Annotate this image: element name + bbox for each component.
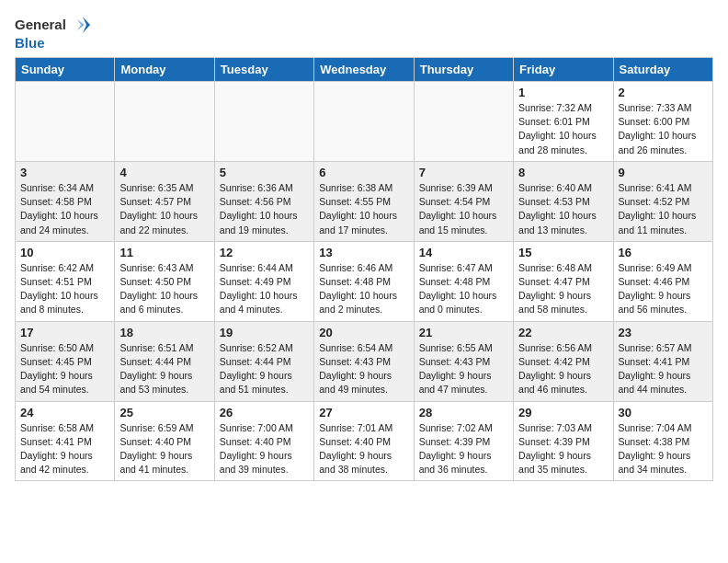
day-info: Sunrise: 6:47 AM Sunset: 4:48 PM Dayligh… xyxy=(419,261,508,317)
weekday-header-monday: Monday xyxy=(115,58,214,82)
day-info: Sunrise: 6:59 AM Sunset: 4:40 PM Dayligh… xyxy=(119,421,209,477)
logo: General Blue xyxy=(15,15,90,52)
day-info: Sunrise: 6:50 AM Sunset: 4:45 PM Dayligh… xyxy=(20,341,109,397)
calendar-cell: 18Sunrise: 6:51 AM Sunset: 4:44 PM Dayli… xyxy=(115,321,214,401)
header: General Blue xyxy=(15,15,713,52)
day-number: 2 xyxy=(619,86,708,99)
calendar-cell: 14Sunrise: 6:47 AM Sunset: 4:48 PM Dayli… xyxy=(414,241,513,321)
day-info: Sunrise: 6:58 AM Sunset: 4:41 PM Dayligh… xyxy=(20,421,109,477)
day-info: Sunrise: 6:34 AM Sunset: 4:58 PM Dayligh… xyxy=(20,181,109,237)
calendar-cell: 29Sunrise: 7:03 AM Sunset: 4:39 PM Dayli… xyxy=(514,401,613,481)
calendar-cell: 8Sunrise: 6:40 AM Sunset: 4:53 PM Daylig… xyxy=(514,161,613,241)
day-info: Sunrise: 7:33 AM Sunset: 6:00 PM Dayligh… xyxy=(619,101,708,157)
day-number: 9 xyxy=(619,166,708,179)
day-number: 20 xyxy=(319,326,408,339)
day-info: Sunrise: 7:04 AM Sunset: 4:38 PM Dayligh… xyxy=(619,421,708,477)
weekday-header-tuesday: Tuesday xyxy=(214,58,313,82)
day-info: Sunrise: 6:54 AM Sunset: 4:43 PM Dayligh… xyxy=(319,341,408,397)
day-info: Sunrise: 7:00 AM Sunset: 4:40 PM Dayligh… xyxy=(220,421,309,477)
calendar-cell: 28Sunrise: 7:02 AM Sunset: 4:39 PM Dayli… xyxy=(414,401,513,481)
day-number: 21 xyxy=(419,326,508,339)
day-info: Sunrise: 6:38 AM Sunset: 4:55 PM Dayligh… xyxy=(319,181,408,237)
day-info: Sunrise: 6:42 AM Sunset: 4:51 PM Dayligh… xyxy=(20,261,109,317)
calendar-cell xyxy=(16,82,115,162)
day-number: 13 xyxy=(319,246,408,259)
weekday-header-friday: Friday xyxy=(514,58,613,82)
day-number: 30 xyxy=(619,406,708,419)
day-info: Sunrise: 6:49 AM Sunset: 4:46 PM Dayligh… xyxy=(619,261,708,317)
calendar-cell: 5Sunrise: 6:36 AM Sunset: 4:56 PM Daylig… xyxy=(214,161,313,241)
day-info: Sunrise: 6:57 AM Sunset: 4:41 PM Dayligh… xyxy=(619,341,708,397)
calendar-cell xyxy=(414,82,513,162)
day-number: 4 xyxy=(119,166,209,179)
calendar-cell: 17Sunrise: 6:50 AM Sunset: 4:45 PM Dayli… xyxy=(16,321,115,401)
logo-blue-text: Blue xyxy=(15,35,45,52)
calendar-cell xyxy=(214,82,313,162)
calendar-cell xyxy=(115,82,214,162)
calendar-cell: 16Sunrise: 6:49 AM Sunset: 4:46 PM Dayli… xyxy=(613,241,712,321)
day-number: 7 xyxy=(419,166,508,179)
weekday-header-wednesday: Wednesday xyxy=(314,58,414,82)
day-number: 28 xyxy=(419,406,508,419)
calendar-cell: 6Sunrise: 6:38 AM Sunset: 4:55 PM Daylig… xyxy=(314,161,414,241)
weekday-header-sunday: Sunday xyxy=(16,58,115,82)
day-number: 17 xyxy=(20,326,109,339)
calendar-cell: 9Sunrise: 6:41 AM Sunset: 4:52 PM Daylig… xyxy=(613,161,712,241)
week-row-4: 24Sunrise: 6:58 AM Sunset: 4:41 PM Dayli… xyxy=(16,401,713,481)
day-number: 1 xyxy=(518,86,608,99)
calendar-cell: 3Sunrise: 6:34 AM Sunset: 4:58 PM Daylig… xyxy=(16,161,115,241)
day-number: 22 xyxy=(518,326,608,339)
day-number: 12 xyxy=(220,246,309,259)
day-info: Sunrise: 6:48 AM Sunset: 4:47 PM Dayligh… xyxy=(518,261,608,317)
calendar-cell: 15Sunrise: 6:48 AM Sunset: 4:47 PM Dayli… xyxy=(514,241,613,321)
day-info: Sunrise: 7:03 AM Sunset: 4:39 PM Dayligh… xyxy=(518,421,608,477)
calendar-cell: 2Sunrise: 7:33 AM Sunset: 6:00 PM Daylig… xyxy=(613,82,712,162)
day-info: Sunrise: 6:56 AM Sunset: 4:42 PM Dayligh… xyxy=(518,341,608,397)
day-number: 29 xyxy=(518,406,608,419)
calendar-cell: 19Sunrise: 6:52 AM Sunset: 4:44 PM Dayli… xyxy=(214,321,313,401)
calendar-cell: 1Sunrise: 7:32 AM Sunset: 6:01 PM Daylig… xyxy=(514,82,613,162)
calendar-cell: 25Sunrise: 6:59 AM Sunset: 4:40 PM Dayli… xyxy=(115,401,214,481)
day-info: Sunrise: 6:55 AM Sunset: 4:43 PM Dayligh… xyxy=(419,341,508,397)
day-number: 3 xyxy=(20,166,109,179)
calendar-cell: 24Sunrise: 6:58 AM Sunset: 4:41 PM Dayli… xyxy=(16,401,115,481)
logo-general-text: General xyxy=(15,17,66,33)
calendar-cell: 27Sunrise: 7:01 AM Sunset: 4:40 PM Dayli… xyxy=(314,401,414,481)
calendar-cell: 20Sunrise: 6:54 AM Sunset: 4:43 PM Dayli… xyxy=(314,321,414,401)
day-number: 16 xyxy=(619,246,708,259)
day-info: Sunrise: 6:36 AM Sunset: 4:56 PM Dayligh… xyxy=(220,181,309,237)
day-number: 19 xyxy=(220,326,309,339)
week-row-3: 17Sunrise: 6:50 AM Sunset: 4:45 PM Dayli… xyxy=(16,321,713,401)
weekday-header-row: SundayMondayTuesdayWednesdayThursdayFrid… xyxy=(16,58,713,82)
week-row-1: 3Sunrise: 6:34 AM Sunset: 4:58 PM Daylig… xyxy=(16,161,713,241)
day-info: Sunrise: 7:01 AM Sunset: 4:40 PM Dayligh… xyxy=(319,421,408,477)
week-row-0: 1Sunrise: 7:32 AM Sunset: 6:01 PM Daylig… xyxy=(16,82,713,162)
calendar-cell: 23Sunrise: 6:57 AM Sunset: 4:41 PM Dayli… xyxy=(613,321,712,401)
day-number: 10 xyxy=(20,246,109,259)
calendar-cell: 10Sunrise: 6:42 AM Sunset: 4:51 PM Dayli… xyxy=(16,241,115,321)
week-row-2: 10Sunrise: 6:42 AM Sunset: 4:51 PM Dayli… xyxy=(16,241,713,321)
logo-bird-icon xyxy=(70,15,90,35)
calendar-cell: 12Sunrise: 6:44 AM Sunset: 4:49 PM Dayli… xyxy=(214,241,313,321)
day-number: 26 xyxy=(220,406,309,419)
day-info: Sunrise: 6:41 AM Sunset: 4:52 PM Dayligh… xyxy=(619,181,708,237)
calendar-cell: 21Sunrise: 6:55 AM Sunset: 4:43 PM Dayli… xyxy=(414,321,513,401)
calendar-cell: 30Sunrise: 7:04 AM Sunset: 4:38 PM Dayli… xyxy=(613,401,712,481)
day-info: Sunrise: 7:02 AM Sunset: 4:39 PM Dayligh… xyxy=(419,421,508,477)
day-number: 24 xyxy=(20,406,109,419)
day-info: Sunrise: 6:51 AM Sunset: 4:44 PM Dayligh… xyxy=(119,341,209,397)
day-number: 23 xyxy=(619,326,708,339)
day-info: Sunrise: 6:43 AM Sunset: 4:50 PM Dayligh… xyxy=(119,261,209,317)
day-number: 6 xyxy=(319,166,408,179)
day-number: 5 xyxy=(220,166,309,179)
day-info: Sunrise: 6:46 AM Sunset: 4:48 PM Dayligh… xyxy=(319,261,408,317)
calendar-cell: 13Sunrise: 6:46 AM Sunset: 4:48 PM Dayli… xyxy=(314,241,414,321)
day-info: Sunrise: 6:35 AM Sunset: 4:57 PM Dayligh… xyxy=(119,181,209,237)
day-number: 27 xyxy=(319,406,408,419)
calendar: SundayMondayTuesdayWednesdayThursdayFrid… xyxy=(15,57,713,481)
weekday-header-saturday: Saturday xyxy=(613,58,712,82)
day-number: 25 xyxy=(119,406,209,419)
calendar-cell: 7Sunrise: 6:39 AM Sunset: 4:54 PM Daylig… xyxy=(414,161,513,241)
day-number: 18 xyxy=(119,326,209,339)
day-number: 14 xyxy=(419,246,508,259)
